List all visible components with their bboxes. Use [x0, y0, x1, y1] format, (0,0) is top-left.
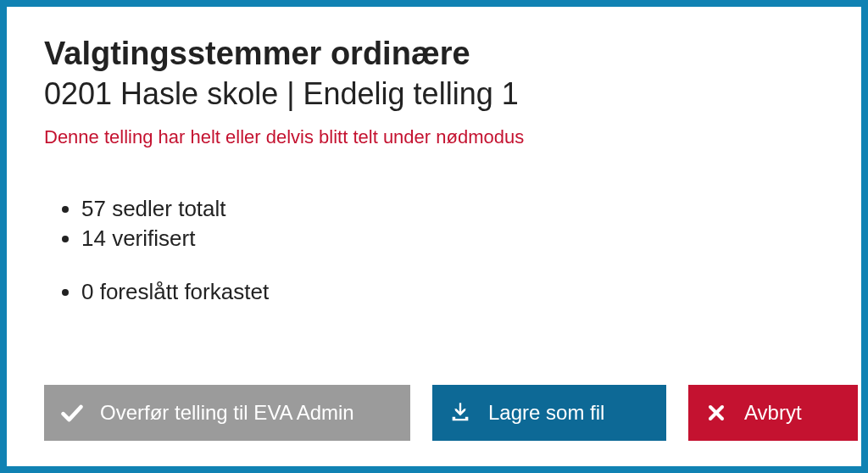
stat-spacer: [81, 253, 824, 277]
page-subtitle: 0201 Hasle skole | Endelig telling 1: [44, 75, 824, 113]
dialog-panel: Valgtingsstemmer ordinære 0201 Hasle sko…: [7, 7, 861, 466]
page-title: Valgtingsstemmer ordinære: [44, 36, 824, 73]
stat-total: 57 sedler totalt: [81, 194, 824, 224]
transfer-button[interactable]: Overfør telling til EVA Admin: [44, 385, 410, 441]
cancel-button-label: Avbryt: [744, 401, 802, 425]
warning-message: Denne telling har helt eller delvis blit…: [44, 126, 824, 148]
save-button[interactable]: Lagre som fil: [432, 385, 666, 441]
transfer-button-label: Overfør telling til EVA Admin: [100, 401, 354, 425]
close-icon: [704, 400, 729, 426]
download-icon: [448, 400, 473, 426]
check-icon: [59, 400, 85, 426]
stat-proposed-rejected: 0 foreslått forkastet: [81, 277, 824, 307]
stats-section: 57 sedler totalt 14 verifisert 0 foreslå…: [64, 194, 824, 307]
cancel-button[interactable]: Avbryt: [688, 385, 858, 441]
save-button-label: Lagre som fil: [488, 401, 604, 425]
action-bar: Overfør telling til EVA Admin Lagre som …: [44, 385, 824, 441]
stat-verified: 14 verifisert: [81, 224, 824, 253]
